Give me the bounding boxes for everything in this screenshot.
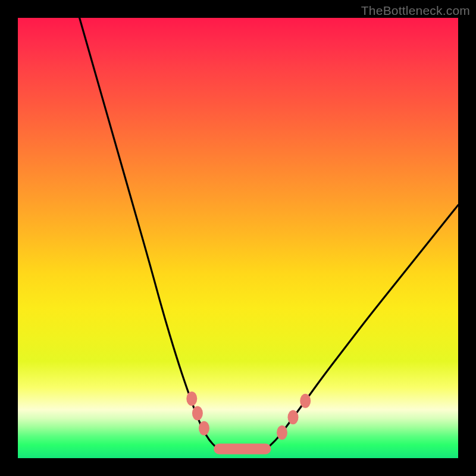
- v-curve: [80, 18, 458, 450]
- marker-dot: [277, 425, 287, 440]
- chart-frame: TheBottleneck.com: [0, 0, 476, 476]
- plot-area: [18, 18, 458, 458]
- marker-pill: [214, 444, 271, 455]
- marker-dot: [186, 392, 197, 406]
- marker-dot: [199, 421, 209, 436]
- marker-dot: [192, 406, 203, 421]
- markers: [186, 392, 311, 454]
- curve-svg: [18, 18, 458, 458]
- watermark-text: TheBottleneck.com: [361, 4, 470, 18]
- marker-dot: [300, 394, 311, 408]
- marker-dot: [288, 410, 299, 424]
